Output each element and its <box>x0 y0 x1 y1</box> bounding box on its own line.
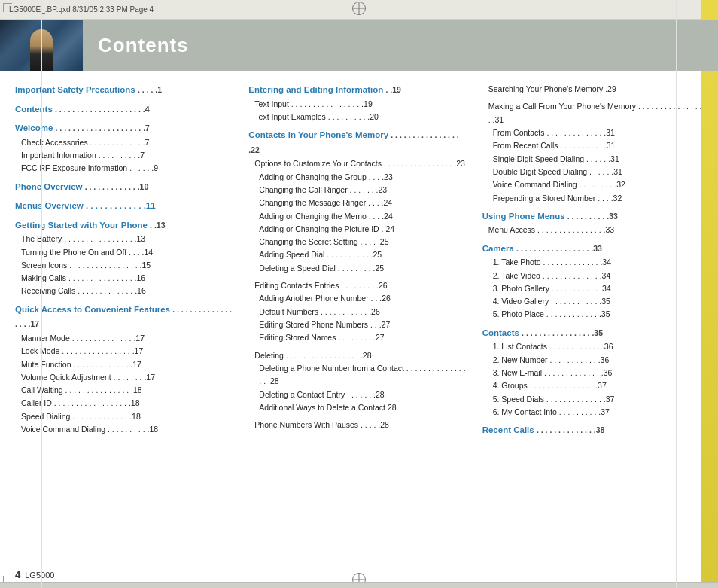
registration-mark-top <box>352 2 366 15</box>
toc-group-camera: Camera . . . . . . . . . . . . . . . . .… <box>482 242 703 321</box>
page-wrapper: LG5000E_.BP.qxd 8/31/05 2:33 PM Page 4 C… <box>0 0 718 588</box>
toc-sub-delete-phone-from-contact: Deleting a Phone Number from a Contact .… <box>248 362 469 388</box>
toc-group-phone-overview: Phone Overview . . . . . . . . . . . . .… <box>15 180 236 195</box>
toc-sub-call-waiting: Call Waiting . . . . . . . . . . . . . .… <box>15 384 236 397</box>
toc-group-searching: Searching Your Phone's Memory .29 <box>482 83 703 96</box>
toc-sub-picture-id: Adding or Changing the Picture ID . 24 <box>248 223 469 236</box>
toc-sub-add-group: Adding or Changing the Group . . . .23 <box>248 171 469 184</box>
toc-sub-manner-mode: Manner Mode . . . . . . . . . . . . . . … <box>15 332 236 345</box>
toc-sub-battery: The Battery . . . . . . . . . . . . . . … <box>15 233 236 245</box>
bottom-bar <box>0 582 718 588</box>
main-content: Important Safety Precautions . . . . .1 … <box>0 71 718 452</box>
toc-group-safety: Important Safety Precautions . . . . .1 <box>15 83 236 98</box>
toc-group-contacts: Contacts . . . . . . . . . . . . . . . .… <box>482 326 703 419</box>
toc-entry-contents[interactable]: Contents . . . . . . . . . . . . . . . .… <box>15 102 236 117</box>
toc-sub-text-input: Text Input . . . . . . . . . . . . . . .… <box>248 98 469 111</box>
toc-sub-take-video: 2. Take Video . . . . . . . . . . . . . … <box>482 270 703 282</box>
crop-mark-tl <box>3 3 12 12</box>
toc-sub-searching-memory: Searching Your Phone's Memory .29 <box>482 83 703 96</box>
toc-sub-add-speed-dial: Adding Speed Dial . . . . . . . . . . .2… <box>248 248 469 261</box>
toc-sub-menu-access: Menu Access . . . . . . . . . . . . . . … <box>482 224 703 236</box>
toc-sub-additional-delete: Additional Ways to Delete a Contact 28 <box>248 401 469 414</box>
toc-entry-contacts[interactable]: Contacts . . . . . . . . . . . . . . . .… <box>482 326 703 341</box>
toc-sub-edit-stored-names: Editing Stored Names . . . . . . . . .27 <box>248 331 469 344</box>
toc-sub-phone-numbers-pauses: Phone Numbers With Pauses . . . . .28 <box>248 419 469 431</box>
toc-column-3: Searching Your Phone's Memory .29 Making… <box>476 83 703 443</box>
toc-group-phone-numbers-pauses: Phone Numbers With Pauses . . . . .28 <box>248 419 469 431</box>
toc-sub-speed-dials: 5. Speed Dials . . . . . . . . . . . . .… <box>482 393 703 406</box>
toc-sub-turning-on-off: Turning the Phone On and Off . . . .14 <box>15 246 236 259</box>
toc-sub-msg-ringer: Changing the Message Ringer . . . .24 <box>248 197 469 209</box>
toc-group-getting-started: Getting Started with Your Phone . .13 Th… <box>15 218 236 298</box>
toc-entry-recent-calls[interactable]: Recent Calls . . . . . . . . . . . . . .… <box>482 423 703 438</box>
toc-sub-edit-stored-phones: Editing Stored Phone Numbers . . .27 <box>248 318 469 331</box>
yellow-stripe <box>701 0 718 582</box>
toc-entry-contacts-memory[interactable]: Contacts in Your Phone's Memory . . . . … <box>248 128 469 157</box>
toc-group-welcome: Welcome . . . . . . . . . . . . . . . . … <box>15 121 236 175</box>
toc-sub-from-recent-calls: From Recent Calls . . . . . . . . . . .3… <box>482 139 703 152</box>
toc-sub-mute: Mute Function . . . . . . . . . . . . . … <box>15 358 236 371</box>
toc-entry-phone-overview[interactable]: Phone Overview . . . . . . . . . . . . .… <box>15 180 236 195</box>
model-name: LG5000 <box>25 571 54 580</box>
toc-sub-add-memo: Adding or Changing the Memo . . . .24 <box>248 210 469 223</box>
toc-column-2: Entering and Editing Information . .19 T… <box>242 83 475 443</box>
toc-sub-list-contacts: 1. List Contacts . . . . . . . . . . . .… <box>482 340 703 353</box>
margin-line-right <box>676 0 677 588</box>
toc-sub-fcc: FCC RF Exposure Information . . . . . .9 <box>15 162 236 175</box>
toc-entry-getting-started[interactable]: Getting Started with Your Phone . .13 <box>15 218 236 233</box>
toc-sub-prepending: Prepending a Stored Number . . . .32 <box>482 192 703 205</box>
toc-sub-voice-command-dialing: Voice Command Dialing . . . . . . . . .3… <box>482 178 703 191</box>
toc-group-contents: Contents . . . . . . . . . . . . . . . .… <box>15 102 236 117</box>
toc-group-editing-entries: Editing Contacts Entries . . . . . . . .… <box>248 279 469 345</box>
toc-entry-welcome[interactable]: Welcome . . . . . . . . . . . . . . . . … <box>15 121 236 136</box>
toc-sub-call-ringer: Changing the Call Ringer . . . . . . .23 <box>248 184 469 197</box>
header: Contents <box>0 20 718 71</box>
toc-sub-new-email: 3. New E-mail . . . . . . . . . . . . . … <box>482 367 703 379</box>
toc-sub-delete-contact-entry: Deleting a Contact Entry . . . . . . .28 <box>248 388 469 401</box>
page-title: Contents <box>98 34 189 57</box>
toc-sub-speed-dialing: Speed Dialing . . . . . . . . . . . . . … <box>15 410 236 423</box>
page-number: 4 <box>15 569 20 580</box>
toc-sub-receiving-calls: Receiving Calls . . . . . . . . . . . . … <box>15 285 236 297</box>
toc-sub-call-from-memory: Making a Call From Your Phone's Memory .… <box>482 100 703 126</box>
toc-sub-double-digit-speed: Double Digit Speed Dialing . . . . . .31 <box>482 166 703 178</box>
toc-group-recent-calls: Recent Calls . . . . . . . . . . . . . .… <box>482 423 703 438</box>
toc-sub-volume: Volume Quick Adjustment . . . . . . . .1… <box>15 371 236 384</box>
toc-group-making-call-memory: Making a Call From Your Phone's Memory .… <box>482 100 703 205</box>
toc-sub-add-phone-num: Adding Another Phone Number . . .26 <box>248 292 469 305</box>
toc-group-menus-overview: Menus Overview . . . . . . . . . . . . .… <box>15 199 236 214</box>
footer: 4 LG5000 <box>15 569 54 580</box>
toc-sub-options-customize: Options to Customize Your Contacts . . .… <box>248 157 469 170</box>
toc-sub-lock-mode: Lock Mode . . . . . . . . . . . . . . . … <box>15 345 236 358</box>
toc-entry-menus-overview[interactable]: Menus Overview . . . . . . . . . . . . .… <box>15 199 236 214</box>
toc-group-contacts-memory: Contacts in Your Phone's Memory . . . . … <box>248 128 469 275</box>
toc-group-entering-editing: Entering and Editing Information . .19 T… <box>248 83 469 123</box>
toc-sub-editing-entries: Editing Contacts Entries . . . . . . . .… <box>248 279 469 292</box>
toc-sub-from-contacts: From Contacts . . . . . . . . . . . . . … <box>482 126 703 139</box>
header-title-area: Contents <box>83 20 718 71</box>
toc-column-1: Important Safety Precautions . . . . .1 … <box>15 83 242 443</box>
toc-entry-using-phone-menus[interactable]: Using Phone Menus . . . . . . . . . .33 <box>482 209 703 224</box>
toc-entry-camera[interactable]: Camera . . . . . . . . . . . . . . . . .… <box>482 242 703 257</box>
toc-sub-text-input-examples: Text Input Examples . . . . . . . . . .2… <box>248 111 469 123</box>
toc-sub-take-photo: 1. Take Photo . . . . . . . . . . . . . … <box>482 256 703 269</box>
toc-entry-entering-editing[interactable]: Entering and Editing Information . .19 <box>248 83 469 98</box>
toc-sub-photo-place: 5. Photo Place . . . . . . . . . . . . .… <box>482 308 703 321</box>
toc-sub-deleting: Deleting . . . . . . . . . . . . . . . .… <box>248 349 469 362</box>
toc-sub-accessories: Check Accessories . . . . . . . . . . . … <box>15 136 236 149</box>
toc-sub-default-numbers: Default Numbers . . . . . . . . . . . .2… <box>248 306 469 318</box>
toc-sub-making-calls: Making Calls . . . . . . . . . . . . . .… <box>15 272 236 285</box>
toc-sub-important-info: Important Information . . . . . . . . . … <box>15 149 236 162</box>
toc-entry-safety[interactable]: Important Safety Precautions . . . . .1 <box>15 83 236 98</box>
toc-sub-secret-setting: Changing the Secret Setting . . . . .25 <box>248 236 469 248</box>
toc-sub-my-contact-info: 6. My Contact Info . . . . . . . . . .37 <box>482 406 703 419</box>
toc-group-using-phone-menus: Using Phone Menus . . . . . . . . . .33 … <box>482 209 703 237</box>
toc-group-quick-access: Quick Access to Convenient Features . . … <box>15 303 236 437</box>
toc-sub-groups: 4. Groups . . . . . . . . . . . . . . . … <box>482 379 703 392</box>
toc-entry-quick-access[interactable]: Quick Access to Convenient Features . . … <box>15 303 236 332</box>
toc-sub-delete-speed-dial: Deleting a Speed Dial . . . . . . . . .2… <box>248 262 469 275</box>
toc-sub-single-digit-speed: Single Digit Speed Dialing . . . . . .31 <box>482 153 703 166</box>
toc-sub-caller-id: Caller ID . . . . . . . . . . . . . . . … <box>15 397 236 410</box>
toc-group-deleting: Deleting . . . . . . . . . . . . . . . .… <box>248 349 469 415</box>
toc-sub-screen-icons: Screen Icons . . . . . . . . . . . . . .… <box>15 259 236 272</box>
